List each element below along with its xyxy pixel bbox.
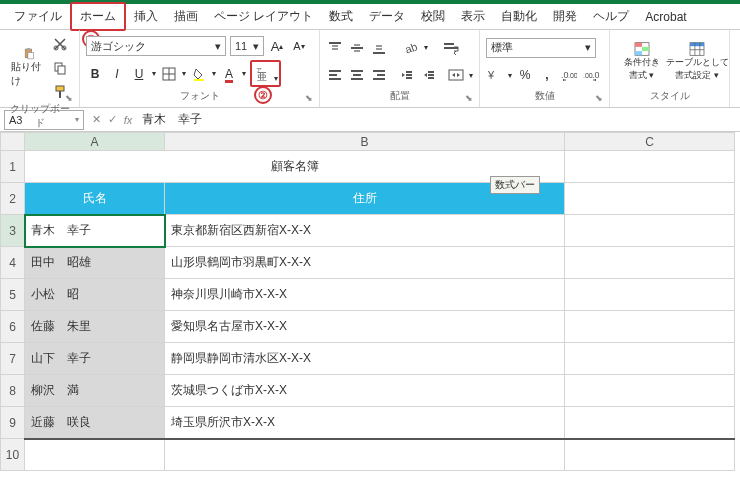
font-color-button[interactable]: A bbox=[220, 64, 238, 84]
cell[interactable] bbox=[565, 151, 735, 183]
cell[interactable] bbox=[25, 439, 165, 471]
col-header-b[interactable]: B bbox=[165, 133, 565, 151]
tab-home[interactable]: ホーム ① bbox=[70, 2, 126, 31]
conditional-format-button[interactable]: 条件付き 書式 ▾ bbox=[624, 42, 660, 82]
orientation-button[interactable]: ab bbox=[402, 38, 420, 58]
align-center-button[interactable] bbox=[348, 65, 366, 85]
tab-view[interactable]: 表示 bbox=[453, 4, 493, 29]
align-middle-button[interactable] bbox=[348, 38, 366, 58]
cell-a5[interactable]: 小松 昭 bbox=[25, 279, 165, 311]
border-button[interactable] bbox=[160, 64, 178, 84]
bold-button[interactable]: B bbox=[86, 64, 104, 84]
cell-a9[interactable]: 近藤 咲良 bbox=[25, 407, 165, 439]
cell-a6[interactable]: 佐藤 朱里 bbox=[25, 311, 165, 343]
cell-b3[interactable]: 東京都新宿区西新宿X-X-X bbox=[165, 215, 565, 247]
cell[interactable] bbox=[565, 439, 735, 471]
cell-b6[interactable]: 愛知県名古屋市X-X-X bbox=[165, 311, 565, 343]
chevron-down-icon[interactable]: ▾ bbox=[274, 74, 278, 83]
chevron-down-icon[interactable]: ▾ bbox=[242, 69, 246, 78]
row-header[interactable]: 7 bbox=[1, 343, 25, 375]
number-format-select[interactable]: 標準▾ bbox=[486, 38, 596, 58]
align-right-button[interactable] bbox=[370, 65, 388, 85]
clipboard-launcher-icon[interactable]: ⬊ bbox=[65, 93, 77, 105]
format-as-table-button[interactable]: テーブルとして 書式設定 ▾ bbox=[679, 42, 715, 82]
comma-button[interactable]: , bbox=[538, 65, 556, 85]
cell-b8[interactable]: 茨城県つくば市X-X-X bbox=[165, 375, 565, 407]
chevron-down-icon[interactable]: ▾ bbox=[152, 69, 156, 78]
cell[interactable] bbox=[565, 279, 735, 311]
cell[interactable] bbox=[165, 439, 565, 471]
align-left-button[interactable] bbox=[326, 65, 344, 85]
cell-a3[interactable]: 青木 幸子 bbox=[25, 215, 165, 247]
tab-automate[interactable]: 自動化 bbox=[493, 4, 545, 29]
tab-help[interactable]: ヘルプ bbox=[585, 4, 637, 29]
accounting-format-button[interactable]: ¥ bbox=[486, 65, 504, 85]
cell-a7[interactable]: 山下 幸子 bbox=[25, 343, 165, 375]
merge-center-button[interactable] bbox=[447, 65, 465, 85]
chevron-down-icon[interactable]: ▾ bbox=[469, 71, 473, 80]
increase-indent-button[interactable] bbox=[420, 65, 438, 85]
cell[interactable] bbox=[565, 215, 735, 247]
row-header[interactable]: 2 bbox=[1, 183, 25, 215]
decrease-font-button[interactable]: A▾ bbox=[290, 36, 308, 56]
formula-input[interactable]: 青木 幸子 bbox=[136, 111, 740, 128]
cell[interactable] bbox=[565, 407, 735, 439]
tab-data[interactable]: データ bbox=[361, 4, 413, 29]
number-launcher-icon[interactable]: ⬊ bbox=[595, 93, 607, 105]
tab-layout[interactable]: ページ レイアウト bbox=[206, 4, 321, 29]
cell[interactable] bbox=[565, 183, 735, 215]
increase-decimal-button[interactable]: .0.00 bbox=[560, 65, 578, 85]
spreadsheet[interactable]: A B C 1 顧客名簿 2 氏名 住所 3 青木 幸子 東京都新宿区西新宿X-… bbox=[0, 132, 735, 471]
wrap-text-button[interactable] bbox=[442, 38, 460, 58]
font-launcher-icon[interactable]: ⬊ bbox=[305, 93, 317, 105]
cell-b5[interactable]: 神奈川県川崎市X-X-X bbox=[165, 279, 565, 311]
row-header[interactable]: 6 bbox=[1, 311, 25, 343]
cancel-icon[interactable]: ✕ bbox=[88, 113, 104, 126]
paste-button[interactable]: 貼り付け bbox=[11, 48, 47, 88]
cell-b9[interactable]: 埼玉県所沢市X-X-X bbox=[165, 407, 565, 439]
tab-insert[interactable]: 挿入 bbox=[126, 4, 166, 29]
cell-title[interactable]: 顧客名簿 bbox=[25, 151, 565, 183]
tab-file[interactable]: ファイル bbox=[6, 4, 70, 29]
fill-color-button[interactable] bbox=[190, 64, 208, 84]
chevron-down-icon[interactable]: ▾ bbox=[424, 43, 428, 52]
tab-developer[interactable]: 開発 bbox=[545, 4, 585, 29]
font-name-select[interactable]: 游ゴシック▾ bbox=[86, 36, 226, 56]
chevron-down-icon[interactable]: ▾ bbox=[182, 69, 186, 78]
align-top-button[interactable] bbox=[326, 38, 344, 58]
copy-button[interactable] bbox=[51, 58, 69, 78]
underline-button[interactable]: U bbox=[130, 64, 148, 84]
cell[interactable] bbox=[565, 343, 735, 375]
chevron-down-icon[interactable]: ▾ bbox=[212, 69, 216, 78]
decrease-indent-button[interactable] bbox=[398, 65, 416, 85]
col-header-a[interactable]: A bbox=[25, 133, 165, 151]
enter-icon[interactable]: ✓ bbox=[104, 113, 120, 126]
cell[interactable] bbox=[565, 375, 735, 407]
row-header[interactable]: 5 bbox=[1, 279, 25, 311]
chevron-down-icon[interactable]: ▾ bbox=[508, 71, 512, 80]
percent-button[interactable]: % bbox=[516, 65, 534, 85]
font-size-select[interactable]: 11▾ bbox=[230, 36, 264, 56]
italic-button[interactable]: I bbox=[108, 64, 126, 84]
cell-b7[interactable]: 静岡県静岡市清水区X-X-X bbox=[165, 343, 565, 375]
cell-a8[interactable]: 柳沢 満 bbox=[25, 375, 165, 407]
col-header-c[interactable]: C bbox=[565, 133, 735, 151]
increase-font-button[interactable]: A▴ bbox=[268, 36, 286, 56]
row-header[interactable]: 4 bbox=[1, 247, 25, 279]
tab-formula[interactable]: 数式 bbox=[321, 4, 361, 29]
row-header[interactable]: 9 bbox=[1, 407, 25, 439]
row-header[interactable]: 8 bbox=[1, 375, 25, 407]
alignment-launcher-icon[interactable]: ⬊ bbox=[465, 93, 477, 105]
phonetic-button[interactable]: ア亜 bbox=[253, 63, 271, 83]
row-header[interactable]: 10 bbox=[1, 439, 25, 471]
align-bottom-button[interactable] bbox=[370, 38, 388, 58]
cell[interactable] bbox=[565, 247, 735, 279]
tab-acrobat[interactable]: Acrobat bbox=[637, 6, 694, 28]
fx-icon[interactable]: fx bbox=[120, 114, 136, 126]
cell-b4[interactable]: 山形県鶴岡市羽黒町X-X-X bbox=[165, 247, 565, 279]
select-all-corner[interactable] bbox=[1, 133, 25, 151]
cut-button[interactable] bbox=[51, 34, 69, 54]
cell-header-name[interactable]: 氏名 bbox=[25, 183, 165, 215]
row-header[interactable]: 3 bbox=[1, 215, 25, 247]
cell[interactable] bbox=[565, 311, 735, 343]
